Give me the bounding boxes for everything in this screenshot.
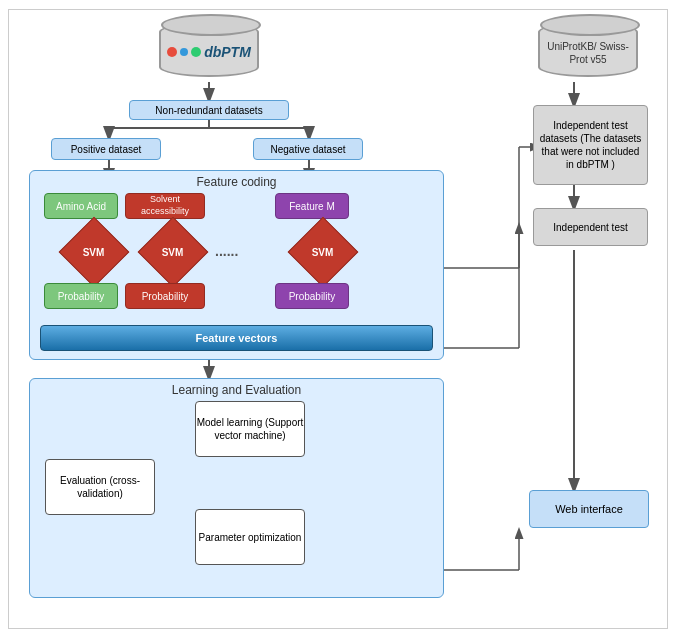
negative-dataset-box: Negative dataset bbox=[253, 138, 363, 160]
independent-test-box: Independent test bbox=[533, 208, 648, 246]
feature-vectors-box: Feature vectors bbox=[40, 325, 433, 351]
svm3-diamond: SVM bbox=[298, 227, 348, 277]
feature-coding-panel: Feature coding Amino Acid Solvent access… bbox=[29, 170, 444, 360]
dots-label: ...... bbox=[215, 243, 238, 259]
model-learning-box: Model learning (Support vector machine) bbox=[195, 401, 305, 457]
learning-title: Learning and Evaluation bbox=[30, 383, 443, 397]
learning-panel: Learning and Evaluation Model learning (… bbox=[29, 378, 444, 598]
non-redundant-box: Non-redundant datasets bbox=[129, 100, 289, 120]
probability3-box: Probability bbox=[275, 283, 349, 309]
parameter-optimization-box: Parameter optimization bbox=[195, 509, 305, 565]
feature-coding-title: Feature coding bbox=[30, 175, 443, 189]
probability2-box: Probability bbox=[125, 283, 205, 309]
feature-m-box: Feature M bbox=[275, 193, 349, 219]
solvent-box: Solvent accessibility bbox=[125, 193, 205, 219]
uniprotkb-node: UniProtKB/ Swiss-Prot v55 bbox=[533, 18, 643, 80]
web-interface-box: Web interface bbox=[529, 490, 649, 528]
evaluation-box: Evaluation (cross-validation) bbox=[45, 459, 155, 515]
dbptm-node: dbPTM bbox=[154, 18, 264, 80]
svm2-diamond: SVM bbox=[148, 227, 198, 277]
positive-dataset-box: Positive dataset bbox=[51, 138, 161, 160]
independent-test-datasets-box: Independent test datasets (The datasets … bbox=[533, 105, 648, 185]
main-diagram: dbPTM Non-redundant datasets Positive da… bbox=[8, 9, 668, 629]
amino-acid-box: Amino Acid bbox=[44, 193, 118, 219]
svm1-diamond: SVM bbox=[69, 227, 119, 277]
probability1-box: Probability bbox=[44, 283, 118, 309]
